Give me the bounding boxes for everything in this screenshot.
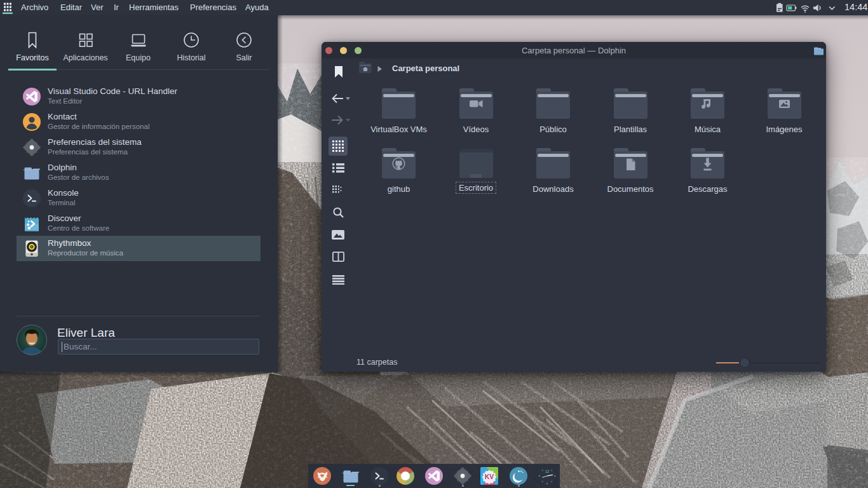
- svg-text:12: 12: [545, 470, 550, 473]
- svg-text:KV: KV: [485, 473, 494, 480]
